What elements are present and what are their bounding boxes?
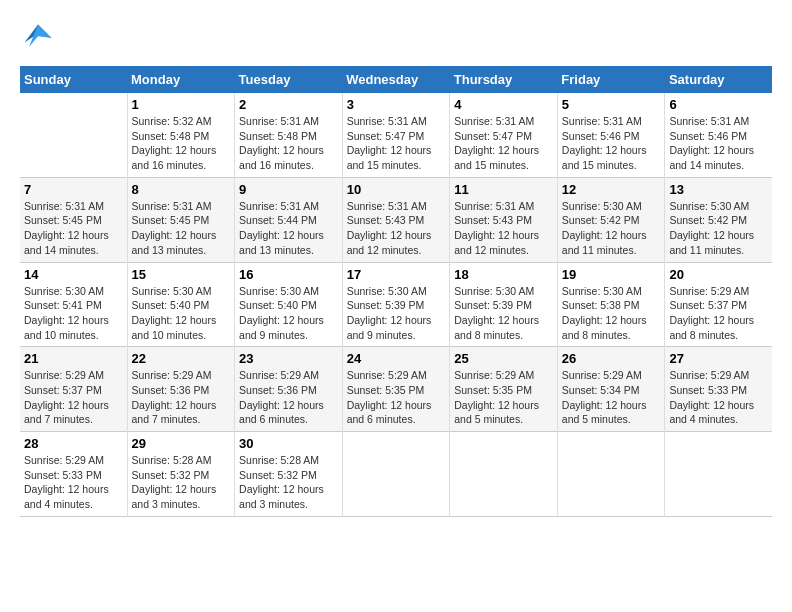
calendar-cell: 2Sunrise: 5:31 AM Sunset: 5:48 PM Daylig… bbox=[235, 93, 343, 177]
day-info: Sunrise: 5:29 AM Sunset: 5:33 PM Dayligh… bbox=[24, 453, 123, 512]
day-info: Sunrise: 5:29 AM Sunset: 5:35 PM Dayligh… bbox=[454, 368, 553, 427]
day-info: Sunrise: 5:30 AM Sunset: 5:39 PM Dayligh… bbox=[454, 284, 553, 343]
day-info: Sunrise: 5:29 AM Sunset: 5:36 PM Dayligh… bbox=[239, 368, 338, 427]
calendar-cell: 17Sunrise: 5:30 AM Sunset: 5:39 PM Dayli… bbox=[342, 262, 450, 347]
day-number: 1 bbox=[132, 97, 231, 112]
day-info: Sunrise: 5:31 AM Sunset: 5:45 PM Dayligh… bbox=[132, 199, 231, 258]
day-number: 5 bbox=[562, 97, 661, 112]
day-number: 21 bbox=[24, 351, 123, 366]
day-number: 23 bbox=[239, 351, 338, 366]
day-number: 25 bbox=[454, 351, 553, 366]
calendar-week-row: 1Sunrise: 5:32 AM Sunset: 5:48 PM Daylig… bbox=[20, 93, 772, 177]
weekday-header: Friday bbox=[557, 66, 665, 93]
day-number: 15 bbox=[132, 267, 231, 282]
calendar-cell: 1Sunrise: 5:32 AM Sunset: 5:48 PM Daylig… bbox=[127, 93, 235, 177]
day-info: Sunrise: 5:31 AM Sunset: 5:47 PM Dayligh… bbox=[347, 114, 446, 173]
calendar-cell: 19Sunrise: 5:30 AM Sunset: 5:38 PM Dayli… bbox=[557, 262, 665, 347]
calendar-week-row: 7Sunrise: 5:31 AM Sunset: 5:45 PM Daylig… bbox=[20, 177, 772, 262]
weekday-header-row: SundayMondayTuesdayWednesdayThursdayFrid… bbox=[20, 66, 772, 93]
day-info: Sunrise: 5:30 AM Sunset: 5:38 PM Dayligh… bbox=[562, 284, 661, 343]
day-number: 3 bbox=[347, 97, 446, 112]
day-info: Sunrise: 5:29 AM Sunset: 5:37 PM Dayligh… bbox=[669, 284, 768, 343]
calendar-cell: 6Sunrise: 5:31 AM Sunset: 5:46 PM Daylig… bbox=[665, 93, 772, 177]
logo bbox=[20, 20, 60, 56]
day-number: 2 bbox=[239, 97, 338, 112]
day-number: 10 bbox=[347, 182, 446, 197]
weekday-header: Monday bbox=[127, 66, 235, 93]
calendar-cell: 8Sunrise: 5:31 AM Sunset: 5:45 PM Daylig… bbox=[127, 177, 235, 262]
day-number: 8 bbox=[132, 182, 231, 197]
calendar-cell bbox=[20, 93, 127, 177]
calendar-cell: 26Sunrise: 5:29 AM Sunset: 5:34 PM Dayli… bbox=[557, 347, 665, 432]
day-info: Sunrise: 5:31 AM Sunset: 5:43 PM Dayligh… bbox=[347, 199, 446, 258]
day-number: 29 bbox=[132, 436, 231, 451]
calendar-cell: 20Sunrise: 5:29 AM Sunset: 5:37 PM Dayli… bbox=[665, 262, 772, 347]
day-number: 27 bbox=[669, 351, 768, 366]
calendar-cell: 3Sunrise: 5:31 AM Sunset: 5:47 PM Daylig… bbox=[342, 93, 450, 177]
calendar-cell: 15Sunrise: 5:30 AM Sunset: 5:40 PM Dayli… bbox=[127, 262, 235, 347]
day-info: Sunrise: 5:30 AM Sunset: 5:40 PM Dayligh… bbox=[132, 284, 231, 343]
day-number: 30 bbox=[239, 436, 338, 451]
day-info: Sunrise: 5:30 AM Sunset: 5:40 PM Dayligh… bbox=[239, 284, 338, 343]
day-number: 4 bbox=[454, 97, 553, 112]
weekday-header: Saturday bbox=[665, 66, 772, 93]
calendar-cell: 29Sunrise: 5:28 AM Sunset: 5:32 PM Dayli… bbox=[127, 432, 235, 517]
day-info: Sunrise: 5:30 AM Sunset: 5:39 PM Dayligh… bbox=[347, 284, 446, 343]
day-number: 24 bbox=[347, 351, 446, 366]
weekday-header: Thursday bbox=[450, 66, 558, 93]
day-info: Sunrise: 5:32 AM Sunset: 5:48 PM Dayligh… bbox=[132, 114, 231, 173]
calendar-cell bbox=[557, 432, 665, 517]
day-info: Sunrise: 5:28 AM Sunset: 5:32 PM Dayligh… bbox=[132, 453, 231, 512]
calendar-cell: 25Sunrise: 5:29 AM Sunset: 5:35 PM Dayli… bbox=[450, 347, 558, 432]
calendar-cell: 4Sunrise: 5:31 AM Sunset: 5:47 PM Daylig… bbox=[450, 93, 558, 177]
day-info: Sunrise: 5:29 AM Sunset: 5:37 PM Dayligh… bbox=[24, 368, 123, 427]
day-info: Sunrise: 5:30 AM Sunset: 5:42 PM Dayligh… bbox=[669, 199, 768, 258]
calendar-cell bbox=[342, 432, 450, 517]
calendar-cell: 7Sunrise: 5:31 AM Sunset: 5:45 PM Daylig… bbox=[20, 177, 127, 262]
calendar-cell: 30Sunrise: 5:28 AM Sunset: 5:32 PM Dayli… bbox=[235, 432, 343, 517]
day-info: Sunrise: 5:31 AM Sunset: 5:45 PM Dayligh… bbox=[24, 199, 123, 258]
day-info: Sunrise: 5:30 AM Sunset: 5:42 PM Dayligh… bbox=[562, 199, 661, 258]
calendar-cell: 27Sunrise: 5:29 AM Sunset: 5:33 PM Dayli… bbox=[665, 347, 772, 432]
calendar-week-row: 21Sunrise: 5:29 AM Sunset: 5:37 PM Dayli… bbox=[20, 347, 772, 432]
calendar-cell: 10Sunrise: 5:31 AM Sunset: 5:43 PM Dayli… bbox=[342, 177, 450, 262]
day-info: Sunrise: 5:30 AM Sunset: 5:41 PM Dayligh… bbox=[24, 284, 123, 343]
day-number: 22 bbox=[132, 351, 231, 366]
page-header bbox=[20, 20, 772, 56]
day-info: Sunrise: 5:31 AM Sunset: 5:48 PM Dayligh… bbox=[239, 114, 338, 173]
day-info: Sunrise: 5:31 AM Sunset: 5:44 PM Dayligh… bbox=[239, 199, 338, 258]
day-info: Sunrise: 5:29 AM Sunset: 5:35 PM Dayligh… bbox=[347, 368, 446, 427]
day-number: 26 bbox=[562, 351, 661, 366]
calendar-cell: 13Sunrise: 5:30 AM Sunset: 5:42 PM Dayli… bbox=[665, 177, 772, 262]
day-number: 9 bbox=[239, 182, 338, 197]
day-info: Sunrise: 5:31 AM Sunset: 5:46 PM Dayligh… bbox=[562, 114, 661, 173]
calendar-cell: 12Sunrise: 5:30 AM Sunset: 5:42 PM Dayli… bbox=[557, 177, 665, 262]
day-number: 13 bbox=[669, 182, 768, 197]
day-number: 6 bbox=[669, 97, 768, 112]
day-info: Sunrise: 5:29 AM Sunset: 5:34 PM Dayligh… bbox=[562, 368, 661, 427]
calendar-cell: 23Sunrise: 5:29 AM Sunset: 5:36 PM Dayli… bbox=[235, 347, 343, 432]
calendar-cell: 9Sunrise: 5:31 AM Sunset: 5:44 PM Daylig… bbox=[235, 177, 343, 262]
weekday-header: Wednesday bbox=[342, 66, 450, 93]
weekday-header: Sunday bbox=[20, 66, 127, 93]
calendar-cell: 22Sunrise: 5:29 AM Sunset: 5:36 PM Dayli… bbox=[127, 347, 235, 432]
day-number: 17 bbox=[347, 267, 446, 282]
day-number: 11 bbox=[454, 182, 553, 197]
calendar-cell: 5Sunrise: 5:31 AM Sunset: 5:46 PM Daylig… bbox=[557, 93, 665, 177]
day-number: 19 bbox=[562, 267, 661, 282]
day-number: 16 bbox=[239, 267, 338, 282]
calendar-cell: 18Sunrise: 5:30 AM Sunset: 5:39 PM Dayli… bbox=[450, 262, 558, 347]
calendar-week-row: 28Sunrise: 5:29 AM Sunset: 5:33 PM Dayli… bbox=[20, 432, 772, 517]
day-info: Sunrise: 5:31 AM Sunset: 5:47 PM Dayligh… bbox=[454, 114, 553, 173]
day-number: 20 bbox=[669, 267, 768, 282]
day-number: 28 bbox=[24, 436, 123, 451]
calendar-cell: 16Sunrise: 5:30 AM Sunset: 5:40 PM Dayli… bbox=[235, 262, 343, 347]
day-number: 12 bbox=[562, 182, 661, 197]
calendar-cell bbox=[450, 432, 558, 517]
calendar-cell bbox=[665, 432, 772, 517]
day-info: Sunrise: 5:28 AM Sunset: 5:32 PM Dayligh… bbox=[239, 453, 338, 512]
day-info: Sunrise: 5:29 AM Sunset: 5:33 PM Dayligh… bbox=[669, 368, 768, 427]
calendar-cell: 28Sunrise: 5:29 AM Sunset: 5:33 PM Dayli… bbox=[20, 432, 127, 517]
calendar-cell: 21Sunrise: 5:29 AM Sunset: 5:37 PM Dayli… bbox=[20, 347, 127, 432]
calendar-cell: 24Sunrise: 5:29 AM Sunset: 5:35 PM Dayli… bbox=[342, 347, 450, 432]
